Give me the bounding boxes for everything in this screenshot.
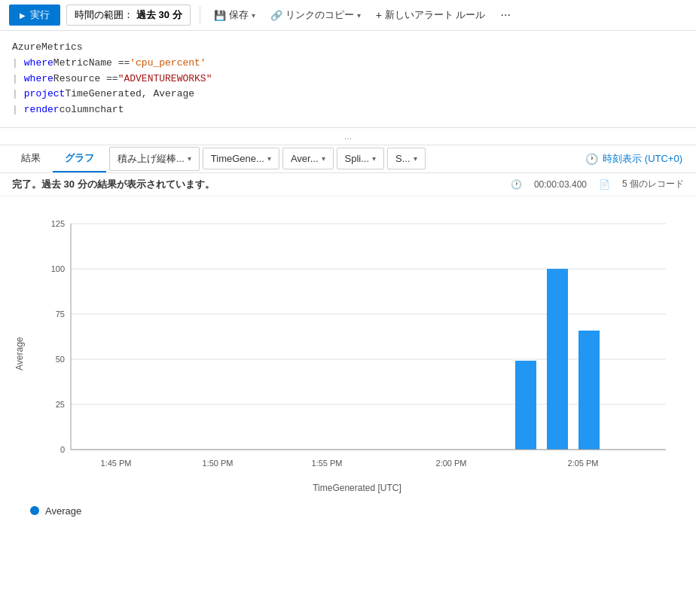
bar-3 — [578, 331, 600, 450]
code-adventureworks-string: "ADVENTUREWORKS" — [118, 72, 212, 87]
status-bar: 完了。過去 30 分の結果が表示されています。 🕐 00:00:03.400 📄… — [0, 173, 696, 197]
code-line-4: | project TimeGenerated, Average — [12, 87, 684, 102]
svg-text:50: 50 — [56, 355, 65, 364]
code-pipe-2: | — [12, 72, 18, 87]
code-table-name: AzureMetrics — [12, 40, 83, 56]
code-pipe-1: | — [12, 56, 18, 72]
svg-text:100: 100 — [51, 264, 65, 273]
svg-text:1:50 PM: 1:50 PM — [203, 459, 234, 468]
tab-time-col[interactable]: TimeGene... ▾ — [203, 148, 279, 169]
more-button[interactable]: ··· — [496, 5, 515, 25]
status-records: 5 個のレコード — [622, 178, 684, 191]
y-axis-label: Average — [12, 209, 27, 499]
code-where-1: where — [24, 56, 53, 72]
copy-link-action[interactable]: 🔗 リンクのコピー ▾ — [266, 5, 365, 25]
code-line-2: | where MetricName == 'cpu_percent' — [12, 56, 684, 72]
tab-avg-col[interactable]: Aver... ▾ — [282, 148, 334, 169]
tab-results[interactable]: 結果 — [9, 145, 53, 172]
svg-text:125: 125 — [51, 219, 65, 228]
chart-inner: 125 100 75 50 25 0 1:45 PM 1:50 PM 1:55 … — [30, 209, 684, 499]
legend-color-dot — [30, 506, 39, 515]
chart-container: Average 125 100 75 50 25 0 — [0, 197, 696, 499]
bar-1 — [515, 361, 536, 450]
code-project-cols: TimeGenerated, Average — [65, 87, 194, 102]
tab-stacked-bar[interactable]: 積み上げ縦棒... ▾ — [109, 147, 200, 171]
code-editor[interactable]: AzureMetrics | where MetricName == 'cpu_… — [0, 31, 696, 128]
tabs-bar: 結果 グラフ 積み上げ縦棒... ▾ TimeGene... ▾ Aver...… — [0, 145, 696, 173]
s-col-caret-icon: ▾ — [414, 154, 417, 163]
chart-wrap: Average 125 100 75 50 25 0 — [12, 209, 684, 499]
svg-text:2:05 PM: 2:05 PM — [568, 459, 599, 468]
status-records-icon: 📄 — [599, 179, 610, 190]
legend-label: Average — [45, 505, 81, 517]
stacked-bar-label: 積み上げ縦棒... — [118, 152, 185, 166]
time-range-prefix: 時間の範囲： — [75, 8, 133, 22]
tab-s-col[interactable]: S... ▾ — [387, 148, 426, 169]
plus-icon: + — [376, 9, 382, 21]
toolbar-divider-1 — [200, 6, 200, 24]
code-line-5: | render columnchart — [12, 102, 684, 118]
chart-legend: Average — [0, 499, 696, 526]
code-where-2: where — [24, 72, 53, 87]
svg-text:25: 25 — [56, 400, 65, 409]
clock-icon: 🕐 — [585, 153, 598, 165]
ellipsis-separator: ... — [0, 128, 696, 145]
split-col-label: Spli... — [345, 153, 370, 164]
svg-text:0: 0 — [60, 445, 65, 454]
code-render-val: columnchart — [60, 102, 124, 118]
status-message: 完了。過去 30 分の結果が表示されています。 — [12, 178, 215, 191]
save-action[interactable]: 💾 保存 ▾ — [209, 5, 260, 25]
code-pipe-4: | — [12, 102, 18, 118]
bar-2 — [547, 269, 568, 450]
tab-split-col[interactable]: Spli... ▾ — [337, 148, 385, 169]
svg-text:2:00 PM: 2:00 PM — [436, 459, 467, 468]
copy-link-caret-icon: ▾ — [357, 11, 361, 20]
code-line-3: | where Resource == "ADVENTUREWORKS" — [12, 72, 684, 87]
status-right: 🕐 00:00:03.400 📄 5 個のレコード — [511, 178, 684, 191]
code-project-kw: project — [24, 87, 66, 102]
time-col-caret-icon: ▾ — [267, 154, 271, 163]
svg-text:1:55 PM: 1:55 PM — [312, 459, 343, 468]
code-metricname-text: MetricName == — [53, 56, 130, 72]
split-col-caret-icon: ▾ — [372, 154, 376, 163]
toolbar: ▶ 実行 時間の範囲： 過去 30 分 💾 保存 ▾ 🔗 リンクのコピー ▾ +… — [0, 0, 696, 31]
code-pipe-3: | — [12, 87, 18, 102]
status-duration: 00:00:03.400 — [534, 179, 587, 190]
x-axis-label: TimeGenerated [UTC] — [30, 483, 684, 499]
new-alert-action[interactable]: + 新しいアラート ルール — [371, 5, 490, 25]
code-render-kw: render — [24, 102, 60, 118]
code-cpu-string: 'cpu_percent' — [130, 56, 206, 72]
chart-svg: 125 100 75 50 25 0 1:45 PM 1:50 PM 1:55 … — [30, 209, 684, 480]
run-button[interactable]: ▶ 実行 — [9, 5, 60, 26]
code-line-1: AzureMetrics — [12, 40, 684, 56]
save-caret-icon: ▾ — [252, 11, 255, 20]
new-alert-label: 新しいアラート ルール — [385, 8, 486, 22]
svg-text:75: 75 — [56, 310, 65, 319]
code-resource-text: Resource == — [53, 72, 118, 87]
time-col-label: TimeGene... — [211, 153, 264, 164]
time-range-button[interactable]: 時間の範囲： 過去 30 分 — [66, 5, 191, 26]
tab-graph[interactable]: グラフ — [53, 145, 106, 172]
time-display-label: 時刻表示 (UTC+0) — [603, 152, 682, 166]
status-clock-icon: 🕐 — [511, 179, 522, 190]
time-range-value: 過去 30 分 — [136, 8, 182, 22]
link-icon: 🔗 — [270, 10, 282, 21]
avg-col-caret-icon: ▾ — [322, 154, 325, 163]
run-label: 実行 — [30, 8, 50, 22]
stacked-bar-caret-icon: ▾ — [188, 154, 191, 163]
time-display-button[interactable]: 🕐 時刻表示 (UTC+0) — [581, 149, 687, 169]
s-col-label: S... — [395, 153, 411, 164]
save-label: 保存 — [229, 8, 249, 22]
avg-col-label: Aver... — [291, 153, 319, 164]
play-icon: ▶ — [20, 11, 26, 20]
save-icon: 💾 — [214, 10, 226, 21]
svg-text:1:45 PM: 1:45 PM — [101, 459, 132, 468]
copy-link-label: リンクのコピー — [285, 8, 354, 22]
